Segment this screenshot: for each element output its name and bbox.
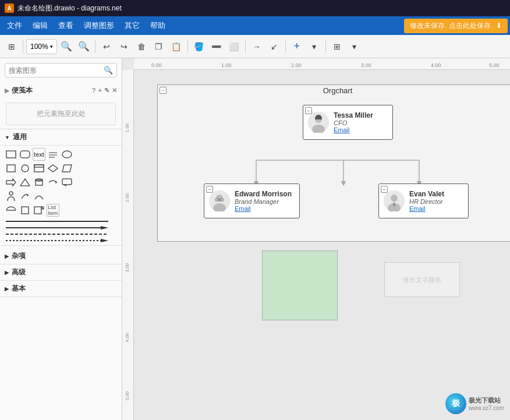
tessa-email[interactable]: Email (334, 126, 373, 133)
shape-bracket[interactable] (19, 204, 31, 217)
shape-cylinder[interactable] (33, 176, 45, 189)
edward-email[interactable]: Email (235, 205, 292, 212)
shape-note[interactable] (33, 204, 45, 217)
shape-arrow-curved[interactable] (47, 176, 59, 189)
svg-rect-9 (34, 165, 44, 167)
shape-text[interactable]: text (33, 148, 45, 161)
node-evan[interactable]: − Evan Valet HR Director Email (378, 183, 469, 218)
shape-triangle[interactable] (19, 176, 31, 189)
insert-button[interactable]: + (289, 38, 305, 55)
evan-info: Evan Valet HR Director Email (409, 190, 444, 212)
svg-rect-8 (34, 165, 44, 172)
menubar: 文件 编辑 查看 调整图形 其它 帮助 修改未保存. 点击此处保存. ⬇ (0, 16, 510, 35)
delete-button[interactable]: 🗑 (133, 38, 150, 55)
shape-person[interactable] (5, 190, 17, 203)
shapes-grid-row3 (5, 176, 117, 189)
menu-adjust[interactable]: 调整图形 (79, 18, 119, 33)
line-dotted-arrow-icon[interactable] (5, 238, 109, 243)
fill-button[interactable]: 🪣 (191, 38, 207, 55)
misc-arrow-icon: ▶ (5, 253, 9, 259)
menu-file[interactable]: 文件 (2, 18, 27, 33)
shape-container[interactable] (33, 162, 45, 175)
note-node[interactable] (262, 250, 338, 320)
shape-lines[interactable] (47, 148, 59, 161)
shape-rect[interactable] (5, 148, 17, 161)
container-collapse-btn[interactable]: − (160, 87, 167, 94)
menu-view[interactable]: 查看 (54, 18, 78, 33)
menu-edit[interactable]: 编辑 (28, 18, 52, 33)
shape-rounded-rect[interactable] (19, 148, 31, 161)
notebook-add-icon[interactable]: + (98, 87, 102, 94)
svg-marker-13 (20, 179, 30, 186)
undo-button[interactable]: ↩ (98, 38, 115, 55)
evan-avatar (384, 190, 405, 211)
svg-point-19 (9, 192, 13, 195)
shape-curved-arrow[interactable] (19, 190, 31, 203)
svg-marker-31 (101, 239, 108, 242)
notebook-panel: ▶ 便笺本 ? + ✎ ✕ 把元素拖至此处 (0, 82, 122, 129)
shape-square[interactable] (5, 162, 17, 175)
arrow-button[interactable]: → (249, 38, 265, 55)
grid-button[interactable]: ⊞ (329, 38, 345, 55)
grid-dropdown[interactable]: ▾ (346, 38, 363, 55)
toolbar-sep-1 (23, 40, 23, 53)
toolbar-sep-4 (245, 40, 246, 53)
shape-callout[interactable] (61, 176, 73, 189)
line-button[interactable]: ➖ (208, 38, 225, 55)
line-solid-icon[interactable] (5, 219, 109, 224)
ruler-mark-4: 4.00 (431, 62, 441, 68)
shape-arc[interactable] (33, 190, 45, 203)
shape-half-circle[interactable] (5, 204, 17, 217)
redo-button[interactable]: ↪ (116, 38, 132, 55)
save-notice-button[interactable]: 修改未保存. 点击此处保存. ⬇ (404, 19, 508, 33)
save-notice-text: 修改未保存. 点击此处保存. (410, 21, 493, 31)
general-section-header[interactable]: ▼ 通用 (0, 129, 122, 146)
paste-button[interactable]: 📋 (168, 38, 185, 55)
node-edward[interactable]: − Edward Morrison Brand Manager (204, 183, 300, 218)
notebook-header[interactable]: ▶ 便笺本 ? + ✎ ✕ (0, 82, 122, 99)
shapes-grid-row1: text (5, 148, 117, 161)
shape-parallelogram[interactable] (61, 162, 73, 175)
canvas-area[interactable]: 0.00 1.00 2.00 3.00 4.00 5.00 1.00 2.00 … (122, 58, 510, 420)
line-shapes-row (5, 219, 117, 243)
edward-collapse-btn[interactable]: − (206, 186, 213, 193)
search-box[interactable]: 🔍 (5, 63, 117, 77)
shape-circle[interactable] (19, 162, 31, 175)
general-label: 通用 (13, 132, 27, 142)
search-input[interactable] (9, 66, 104, 75)
line-arrow-icon[interactable] (5, 225, 109, 230)
node-tessa[interactable]: − Tessa Miller CFO Email (303, 105, 393, 140)
evan-collapse-btn[interactable]: − (381, 186, 388, 193)
line-dashed-icon[interactable] (5, 232, 109, 237)
notebook-close-icon[interactable]: ✕ (112, 87, 117, 94)
zoom-control[interactable]: 100% ▾ (26, 39, 57, 54)
menu-other[interactable]: 其它 (120, 18, 144, 33)
menu-help[interactable]: 帮助 (146, 18, 170, 33)
copy-button[interactable]: ❐ (151, 38, 167, 55)
waypoint-button[interactable]: ↙ (266, 38, 282, 55)
search-icon: 🔍 (104, 66, 113, 75)
shape-diamond[interactable] (47, 162, 59, 175)
insert-dropdown[interactable]: ▾ (306, 38, 323, 55)
ruler-top: 0.00 1.00 2.00 3.00 4.00 5.00 (134, 58, 510, 70)
svg-rect-6 (7, 165, 15, 172)
advanced-section-header[interactable]: ▶ 高级 (0, 264, 122, 281)
shape-list[interactable]: ListItem (47, 204, 59, 217)
edward-avatar (209, 190, 230, 211)
edward-info: Edward Morrison Brand Manager Email (235, 190, 292, 212)
misc-section-header[interactable]: ▶ 杂项 (0, 248, 122, 264)
svg-marker-10 (48, 165, 58, 172)
notebook-help-icon[interactable]: ? (92, 87, 96, 94)
basic-section-header[interactable]: ▶ 基本 (0, 281, 122, 297)
ghost-node[interactable]: 修改文字颜色 (384, 262, 460, 297)
notebook-edit-icon[interactable]: ✎ (104, 87, 109, 94)
evan-email[interactable]: Email (409, 205, 444, 212)
shape-arrow-right[interactable] (5, 176, 17, 189)
shape-button[interactable]: ⬜ (226, 38, 242, 55)
zoom-in-button[interactable]: 🔍 (58, 38, 75, 55)
zoom-out-button[interactable]: 🔍 (76, 38, 92, 55)
shape-ellipse[interactable] (61, 148, 73, 161)
page-view-button[interactable]: ⊞ (3, 38, 20, 55)
ruler-mark-v5: 5.00 (125, 391, 130, 401)
tessa-collapse-btn[interactable]: − (305, 107, 312, 114)
